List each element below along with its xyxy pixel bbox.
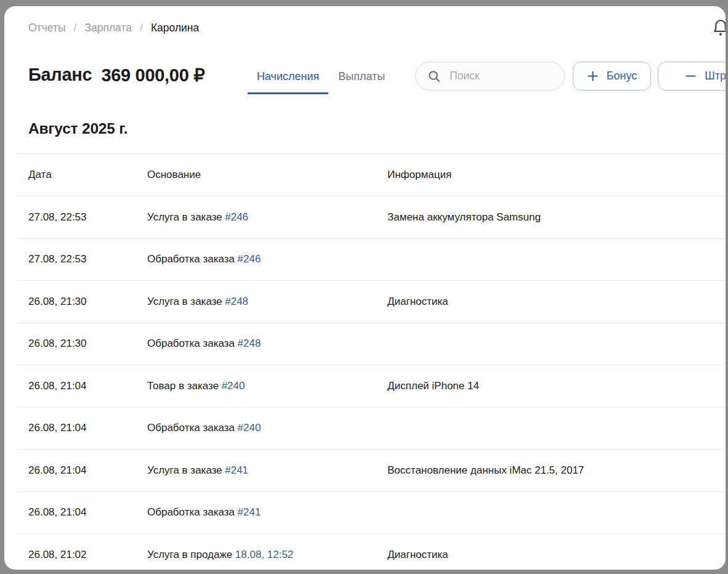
table-row: 27.08, 22:53 Услуга в заказе#246 Замена … <box>15 196 726 238</box>
row-info: Дисплей iPhone 14 <box>387 380 726 392</box>
row-basis-link[interactable]: #246 <box>225 211 248 223</box>
row-basis-link[interactable]: #241 <box>225 464 248 476</box>
row-basis: Услуга в заказе#246 <box>147 211 387 224</box>
row-basis: Обработка заказа#240 <box>147 422 387 434</box>
search-input[interactable] <box>450 70 554 83</box>
row-basis-link[interactable]: 18.08, 12:52 <box>235 549 294 560</box>
breadcrumb: Отчеты / Зарплата / Каролина <box>28 22 199 34</box>
tabs: Начисления Выплаты <box>248 60 385 94</box>
row-date: 27.08, 22:53 <box>28 253 147 265</box>
row-basis-link[interactable]: #240 <box>222 380 245 392</box>
row-basis-text: Услуга в заказе <box>147 464 222 476</box>
bonus-button-label: Бонус <box>607 70 637 83</box>
balance-value: 369 000,00 ₽ <box>101 65 204 86</box>
row-basis-text: Товар в заказе <box>147 380 219 392</box>
row-basis-text: Обработка заказа <box>147 506 235 518</box>
table-body: 27.08, 22:53 Услуга в заказе#246 Замена … <box>15 196 726 570</box>
row-basis: Услуга в продаже18.08, 12:52 <box>147 549 387 561</box>
breadcrumb-item-salary[interactable]: Зарплата <box>84 22 132 34</box>
row-basis: Товар в заказе#240 <box>147 380 387 392</box>
breadcrumb-item-reports[interactable]: Отчеты <box>28 22 66 34</box>
notifications-bell-icon[interactable] <box>711 18 726 39</box>
search-icon <box>427 70 441 83</box>
table-row: 26.08, 21:04 Обработка заказа#240 <box>15 407 726 450</box>
table-row: 26.08, 21:30 Услуга в заказе#248 Диагнос… <box>15 280 726 323</box>
balance: Баланс 369 000,00 ₽ <box>28 65 204 86</box>
row-basis: Услуга в заказе#241 <box>147 464 387 477</box>
row-date: 26.08, 21:04 <box>28 464 147 477</box>
tab-payouts[interactable]: Выплаты <box>338 60 385 94</box>
row-info: Диагностика <box>387 296 726 308</box>
period-title: Август 2025 г. <box>28 120 127 137</box>
row-basis-link[interactable]: #248 <box>225 296 248 307</box>
search-box[interactable] <box>415 62 565 91</box>
row-basis-text: Услуга в заказе <box>147 296 222 307</box>
main-window: Отчеты / Зарплата / Каролина Баланс 369 … <box>4 6 726 570</box>
column-header-basis: Основание <box>147 169 387 181</box>
row-basis: Обработка заказа#246 <box>147 253 387 265</box>
row-date: 26.08, 21:30 <box>28 296 147 308</box>
row-basis-link[interactable]: #240 <box>238 422 261 434</box>
minus-icon <box>685 70 697 82</box>
row-basis: Обработка заказа#241 <box>147 506 387 519</box>
transactions-table: Дата Основание Информация 27.08, 22:53 У… <box>15 153 726 570</box>
row-date: 26.08, 21:04 <box>28 422 147 434</box>
bonus-button[interactable]: Бонус <box>573 62 651 91</box>
penalty-button[interactable]: Штраф <box>658 62 726 91</box>
breadcrumb-item-employee: Каролина <box>151 22 199 34</box>
penalty-button-label: Штраф <box>705 70 726 83</box>
row-basis-link[interactable]: #248 <box>238 338 261 349</box>
table-row: 27.08, 22:53 Обработка заказа#246 <box>15 238 726 281</box>
column-header-date: Дата <box>28 169 147 181</box>
row-basis: Услуга в заказе#248 <box>147 296 387 308</box>
row-info: Восстановление данных iMac 21.5, 2017 <box>387 464 726 477</box>
row-basis-text: Услуга в заказе <box>147 211 222 223</box>
plus-icon <box>587 70 599 82</box>
breadcrumb-separator: / <box>74 22 77 34</box>
table-header-row: Дата Основание Информация <box>15 153 726 196</box>
table-row: 26.08, 21:04 Товар в заказе#240 Дисплей … <box>15 365 726 407</box>
row-basis: Обработка заказа#248 <box>147 338 387 350</box>
table-row: 26.08, 21:04 Услуга в заказе#241 Восстан… <box>15 449 726 491</box>
balance-label: Баланс <box>28 65 92 86</box>
tab-accruals[interactable]: Начисления <box>248 60 328 94</box>
row-date: 26.08, 21:30 <box>28 338 147 350</box>
row-basis-link[interactable]: #246 <box>238 253 261 265</box>
row-basis-text: Обработка заказа <box>147 253 235 265</box>
row-basis-link[interactable]: #241 <box>238 506 261 518</box>
row-basis-text: Обработка заказа <box>147 338 235 349</box>
row-date: 27.08, 22:53 <box>28 211 147 224</box>
row-date: 26.08, 21:04 <box>28 506 147 519</box>
row-info: Замена аккумулятора Samsung <box>387 211 726 224</box>
table-row: 26.08, 21:04 Обработка заказа#241 <box>15 491 726 534</box>
row-basis-text: Обработка заказа <box>147 422 235 434</box>
row-date: 26.08, 21:02 <box>28 549 147 561</box>
table-row: 26.08, 21:30 Обработка заказа#248 <box>15 323 726 365</box>
row-date: 26.08, 21:04 <box>28 380 147 392</box>
breadcrumb-separator: / <box>140 22 143 34</box>
row-info: Диагностика <box>387 549 726 561</box>
row-basis-text: Услуга в продаже <box>147 549 232 560</box>
table-row: 26.08, 21:02 Услуга в продаже18.08, 12:5… <box>15 533 726 570</box>
column-header-info: Информация <box>387 169 726 181</box>
